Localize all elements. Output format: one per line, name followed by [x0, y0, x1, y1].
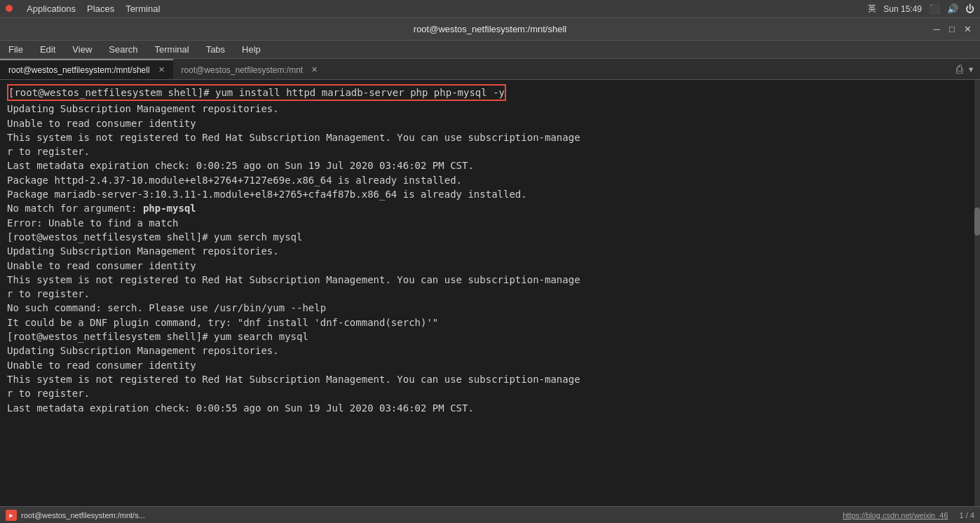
terminal-line-2: Updating Subscription Management reposit… — [7, 103, 279, 114]
terminal-line-8: Package mariadb-server-3:10.3.11-1.modul… — [7, 189, 527, 200]
terminal-line-21: This system is not registered to Red Hat… — [7, 374, 580, 385]
app-dot — [6, 5, 13, 12]
menu-help[interactable]: Help — [239, 44, 264, 55]
volume-icon[interactable]: 🔊 — [947, 4, 958, 14]
menu-file[interactable]: File — [6, 44, 26, 55]
terminal-line-9a: No match for argument: — [7, 203, 143, 214]
status-bar-left: ▶ root@westos_netfilesystem:/mnt/s... — [6, 510, 145, 521]
scrollbar-thumb[interactable] — [974, 208, 980, 236]
app-indicator-dot — [6, 4, 15, 14]
terminal-line-7: Package httpd-2.4.37-10.module+el8+2764+… — [7, 175, 462, 186]
page-info: 1 / 4 — [960, 511, 974, 519]
terminal-line-13: Unable to read consumer identity — [7, 260, 196, 271]
terminal-line-17: It could be a DNF plugin command, try: "… — [7, 317, 438, 328]
places-menu[interactable]: Places — [87, 4, 114, 14]
terminal-line-19: Updating Subscription Management reposit… — [7, 345, 279, 356]
tab-active[interactable]: root@westos_netfilesystem:/mnt/shell ✕ — [0, 59, 173, 79]
screenshot-icon[interactable]: ⎙ — [956, 62, 963, 76]
clock: Sun 15:49 — [883, 4, 922, 14]
system-bar-left: Applications Places Terminal — [6, 4, 160, 14]
terminal-line-23: Last metadata expiration check: 0:00:55 … — [7, 402, 474, 414]
inactive-tab-label: root@westos_netfilesystem:/mnt — [182, 65, 304, 75]
menu-bar: File Edit View Search Terminal Tabs Help — [0, 41, 980, 59]
status-bar-right: https://blog.csdn.net/weixin_46 1 / 4 — [843, 511, 974, 519]
terminal-line-15: r to register. — [7, 288, 90, 299]
terminal-line-4: This system is not registered to Red Hat… — [7, 132, 580, 143]
power-icon[interactable]: ⏻ — [965, 4, 974, 14]
terminal-line-16: No such command: serch. Please use /usr/… — [7, 302, 326, 313]
applications-menu[interactable]: Applications — [27, 4, 76, 14]
active-tab-label: root@westos_netfilesystem:/mnt/shell — [8, 65, 150, 75]
tabs-actions: ⎙ ▾ — [956, 59, 980, 79]
tab-dropdown-icon[interactable]: ▾ — [967, 62, 974, 76]
terminal-line-12: Updating Subscription Management reposit… — [7, 245, 279, 257]
close-button[interactable]: ✕ — [962, 24, 973, 35]
restore-button[interactable]: □ — [946, 24, 958, 35]
inactive-tab-close[interactable]: ✕ — [311, 65, 318, 74]
highlighted-command: [root@westos_netfilesystem shell]# yum i… — [7, 84, 506, 101]
terminal-line-20: Unable to read consumer identity — [7, 360, 196, 371]
tab-inactive[interactable]: root@westos_netfilesystem:/mnt ✕ — [173, 59, 327, 79]
terminal-line-9b: php-mysql — [143, 203, 196, 214]
system-bar: Applications Places Terminal 英 Sun 15:49… — [0, 0, 980, 18]
window-controls: ─ □ ✕ — [931, 24, 973, 35]
menu-terminal[interactable]: Terminal — [152, 44, 192, 55]
terminal-line-18: [root@westos_netfilesystem shell]# yum s… — [7, 331, 308, 342]
terminal-line-11: [root@westos_netfilesystem shell]# yum s… — [7, 231, 302, 243]
terminal-content: [root@westos_netfilesystem shell]# yum i… — [0, 80, 980, 506]
scrollbar[interactable] — [974, 80, 980, 506]
window-titlebar: root@westos_netfilesystem:/mnt/shell ─ □… — [0, 18, 980, 41]
terminal-line-22: r to register. — [7, 388, 90, 399]
language-indicator: 英 — [868, 3, 876, 15]
terminal-line-6: Last metadata expiration check: 0:00:25 … — [7, 160, 474, 171]
menu-edit[interactable]: Edit — [37, 44, 58, 55]
system-bar-right: 英 Sun 15:49 ⬛ 🔊 ⏻ — [868, 3, 974, 15]
terminal-line-1: [root@westos_netfilesystem shell]# yum i… — [8, 87, 505, 98]
status-label: root@westos_netfilesystem:/mnt/s... — [21, 511, 145, 519]
terminal-menu[interactable]: Terminal — [125, 4, 160, 14]
menu-view[interactable]: View — [69, 44, 95, 55]
csdn-link[interactable]: https://blog.csdn.net/weixin_46 — [843, 511, 948, 519]
minimize-button[interactable]: ─ — [931, 24, 942, 35]
terminal-line-10: Error: Unable to find a match — [7, 217, 178, 229]
terminal-line-3: Unable to read consumer identity — [7, 118, 196, 129]
tabs-bar: root@westos_netfilesystem:/mnt/shell ✕ r… — [0, 59, 980, 80]
network-icon[interactable]: ⬛ — [929, 4, 940, 14]
status-bar: ▶ root@westos_netfilesystem:/mnt/s... ht… — [0, 506, 980, 523]
menu-search[interactable]: Search — [106, 44, 140, 55]
status-icon: ▶ — [6, 510, 17, 521]
terminal-line-14: This system is not registered to Red Hat… — [7, 274, 580, 285]
window-title: root@westos_netfilesystem:/mnt/shell — [49, 24, 931, 34]
active-tab-close[interactable]: ✕ — [158, 65, 165, 74]
terminal-line-5: r to register. — [7, 146, 90, 157]
menu-tabs[interactable]: Tabs — [203, 44, 228, 55]
